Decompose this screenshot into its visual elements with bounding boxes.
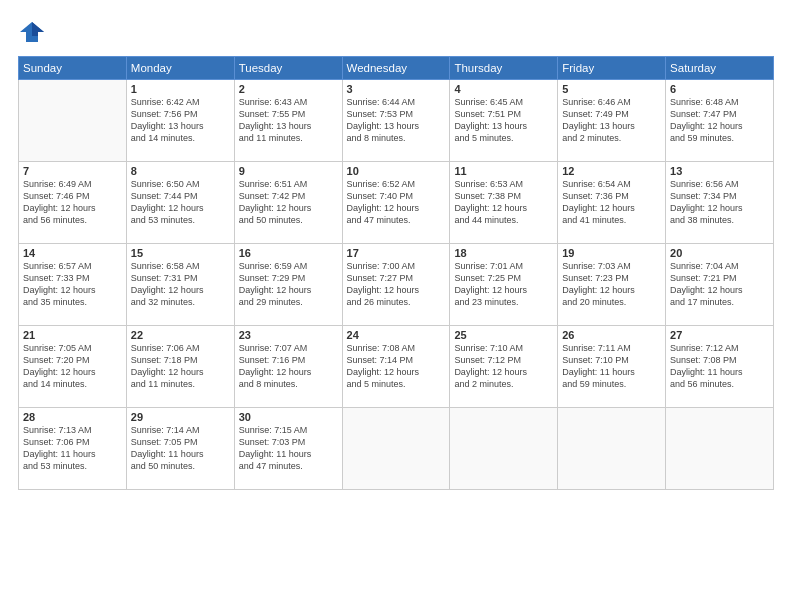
calendar-cell: 27Sunrise: 7:12 AMSunset: 7:08 PMDayligh… <box>666 326 774 408</box>
day-info: Sunrise: 6:46 AMSunset: 7:49 PMDaylight:… <box>562 96 661 145</box>
calendar-cell: 6Sunrise: 6:48 AMSunset: 7:47 PMDaylight… <box>666 80 774 162</box>
day-info: Sunrise: 6:58 AMSunset: 7:31 PMDaylight:… <box>131 260 230 309</box>
calendar-cell: 2Sunrise: 6:43 AMSunset: 7:55 PMDaylight… <box>234 80 342 162</box>
week-row-1: 1Sunrise: 6:42 AMSunset: 7:56 PMDaylight… <box>19 80 774 162</box>
weekday-header-monday: Monday <box>126 57 234 80</box>
day-info: Sunrise: 6:48 AMSunset: 7:47 PMDaylight:… <box>670 96 769 145</box>
calendar-cell: 3Sunrise: 6:44 AMSunset: 7:53 PMDaylight… <box>342 80 450 162</box>
calendar-cell: 17Sunrise: 7:00 AMSunset: 7:27 PMDayligh… <box>342 244 450 326</box>
calendar-cell: 7Sunrise: 6:49 AMSunset: 7:46 PMDaylight… <box>19 162 127 244</box>
day-number: 14 <box>23 247 122 259</box>
day-number: 28 <box>23 411 122 423</box>
day-info: Sunrise: 7:01 AMSunset: 7:25 PMDaylight:… <box>454 260 553 309</box>
day-number: 30 <box>239 411 338 423</box>
calendar-cell: 26Sunrise: 7:11 AMSunset: 7:10 PMDayligh… <box>558 326 666 408</box>
weekday-header-saturday: Saturday <box>666 57 774 80</box>
calendar-cell: 25Sunrise: 7:10 AMSunset: 7:12 PMDayligh… <box>450 326 558 408</box>
day-number: 8 <box>131 165 230 177</box>
day-number: 18 <box>454 247 553 259</box>
day-number: 12 <box>562 165 661 177</box>
weekday-header-thursday: Thursday <box>450 57 558 80</box>
day-info: Sunrise: 7:06 AMSunset: 7:18 PMDaylight:… <box>131 342 230 391</box>
calendar-cell: 4Sunrise: 6:45 AMSunset: 7:51 PMDaylight… <box>450 80 558 162</box>
logo <box>18 18 50 46</box>
calendar-cell: 24Sunrise: 7:08 AMSunset: 7:14 PMDayligh… <box>342 326 450 408</box>
header <box>18 18 774 46</box>
calendar-cell: 11Sunrise: 6:53 AMSunset: 7:38 PMDayligh… <box>450 162 558 244</box>
day-number: 17 <box>347 247 446 259</box>
calendar-cell: 19Sunrise: 7:03 AMSunset: 7:23 PMDayligh… <box>558 244 666 326</box>
calendar-cell: 1Sunrise: 6:42 AMSunset: 7:56 PMDaylight… <box>126 80 234 162</box>
day-info: Sunrise: 6:43 AMSunset: 7:55 PMDaylight:… <box>239 96 338 145</box>
day-info: Sunrise: 7:07 AMSunset: 7:16 PMDaylight:… <box>239 342 338 391</box>
calendar-cell: 16Sunrise: 6:59 AMSunset: 7:29 PMDayligh… <box>234 244 342 326</box>
day-info: Sunrise: 6:56 AMSunset: 7:34 PMDaylight:… <box>670 178 769 227</box>
day-info: Sunrise: 6:53 AMSunset: 7:38 PMDaylight:… <box>454 178 553 227</box>
calendar-cell: 21Sunrise: 7:05 AMSunset: 7:20 PMDayligh… <box>19 326 127 408</box>
calendar-cell: 22Sunrise: 7:06 AMSunset: 7:18 PMDayligh… <box>126 326 234 408</box>
day-info: Sunrise: 6:57 AMSunset: 7:33 PMDaylight:… <box>23 260 122 309</box>
day-number: 23 <box>239 329 338 341</box>
calendar-cell: 8Sunrise: 6:50 AMSunset: 7:44 PMDaylight… <box>126 162 234 244</box>
week-row-4: 21Sunrise: 7:05 AMSunset: 7:20 PMDayligh… <box>19 326 774 408</box>
weekday-header-friday: Friday <box>558 57 666 80</box>
calendar-cell: 9Sunrise: 6:51 AMSunset: 7:42 PMDaylight… <box>234 162 342 244</box>
day-number: 6 <box>670 83 769 95</box>
day-info: Sunrise: 6:50 AMSunset: 7:44 PMDaylight:… <box>131 178 230 227</box>
day-info: Sunrise: 7:15 AMSunset: 7:03 PMDaylight:… <box>239 424 338 473</box>
week-row-3: 14Sunrise: 6:57 AMSunset: 7:33 PMDayligh… <box>19 244 774 326</box>
day-info: Sunrise: 6:45 AMSunset: 7:51 PMDaylight:… <box>454 96 553 145</box>
day-number: 13 <box>670 165 769 177</box>
weekday-header-sunday: Sunday <box>19 57 127 80</box>
day-number: 19 <box>562 247 661 259</box>
weekday-header-tuesday: Tuesday <box>234 57 342 80</box>
day-number: 4 <box>454 83 553 95</box>
day-info: Sunrise: 7:03 AMSunset: 7:23 PMDaylight:… <box>562 260 661 309</box>
calendar-cell: 5Sunrise: 6:46 AMSunset: 7:49 PMDaylight… <box>558 80 666 162</box>
day-number: 10 <box>347 165 446 177</box>
day-info: Sunrise: 7:00 AMSunset: 7:27 PMDaylight:… <box>347 260 446 309</box>
day-info: Sunrise: 6:42 AMSunset: 7:56 PMDaylight:… <box>131 96 230 145</box>
day-number: 22 <box>131 329 230 341</box>
day-number: 26 <box>562 329 661 341</box>
day-number: 5 <box>562 83 661 95</box>
day-number: 7 <box>23 165 122 177</box>
day-info: Sunrise: 7:05 AMSunset: 7:20 PMDaylight:… <box>23 342 122 391</box>
calendar-cell <box>558 408 666 490</box>
day-number: 25 <box>454 329 553 341</box>
day-number: 1 <box>131 83 230 95</box>
page: SundayMondayTuesdayWednesdayThursdayFrid… <box>0 0 792 612</box>
logo-icon <box>18 18 46 46</box>
day-info: Sunrise: 7:10 AMSunset: 7:12 PMDaylight:… <box>454 342 553 391</box>
calendar-cell <box>342 408 450 490</box>
calendar-cell: 29Sunrise: 7:14 AMSunset: 7:05 PMDayligh… <box>126 408 234 490</box>
calendar-cell: 12Sunrise: 6:54 AMSunset: 7:36 PMDayligh… <box>558 162 666 244</box>
day-info: Sunrise: 6:49 AMSunset: 7:46 PMDaylight:… <box>23 178 122 227</box>
calendar-cell: 23Sunrise: 7:07 AMSunset: 7:16 PMDayligh… <box>234 326 342 408</box>
day-number: 24 <box>347 329 446 341</box>
calendar-cell: 14Sunrise: 6:57 AMSunset: 7:33 PMDayligh… <box>19 244 127 326</box>
day-number: 15 <box>131 247 230 259</box>
week-row-5: 28Sunrise: 7:13 AMSunset: 7:06 PMDayligh… <box>19 408 774 490</box>
calendar-cell: 28Sunrise: 7:13 AMSunset: 7:06 PMDayligh… <box>19 408 127 490</box>
day-number: 29 <box>131 411 230 423</box>
day-info: Sunrise: 7:12 AMSunset: 7:08 PMDaylight:… <box>670 342 769 391</box>
day-number: 20 <box>670 247 769 259</box>
calendar-cell: 18Sunrise: 7:01 AMSunset: 7:25 PMDayligh… <box>450 244 558 326</box>
day-number: 11 <box>454 165 553 177</box>
day-number: 9 <box>239 165 338 177</box>
day-info: Sunrise: 6:59 AMSunset: 7:29 PMDaylight:… <box>239 260 338 309</box>
day-number: 3 <box>347 83 446 95</box>
day-info: Sunrise: 7:13 AMSunset: 7:06 PMDaylight:… <box>23 424 122 473</box>
svg-marker-1 <box>32 22 44 36</box>
calendar-cell <box>450 408 558 490</box>
day-number: 27 <box>670 329 769 341</box>
day-info: Sunrise: 7:14 AMSunset: 7:05 PMDaylight:… <box>131 424 230 473</box>
weekday-header-wednesday: Wednesday <box>342 57 450 80</box>
header-row: SundayMondayTuesdayWednesdayThursdayFrid… <box>19 57 774 80</box>
day-info: Sunrise: 7:04 AMSunset: 7:21 PMDaylight:… <box>670 260 769 309</box>
calendar-cell <box>19 80 127 162</box>
day-number: 16 <box>239 247 338 259</box>
day-info: Sunrise: 7:11 AMSunset: 7:10 PMDaylight:… <box>562 342 661 391</box>
calendar-cell: 15Sunrise: 6:58 AMSunset: 7:31 PMDayligh… <box>126 244 234 326</box>
